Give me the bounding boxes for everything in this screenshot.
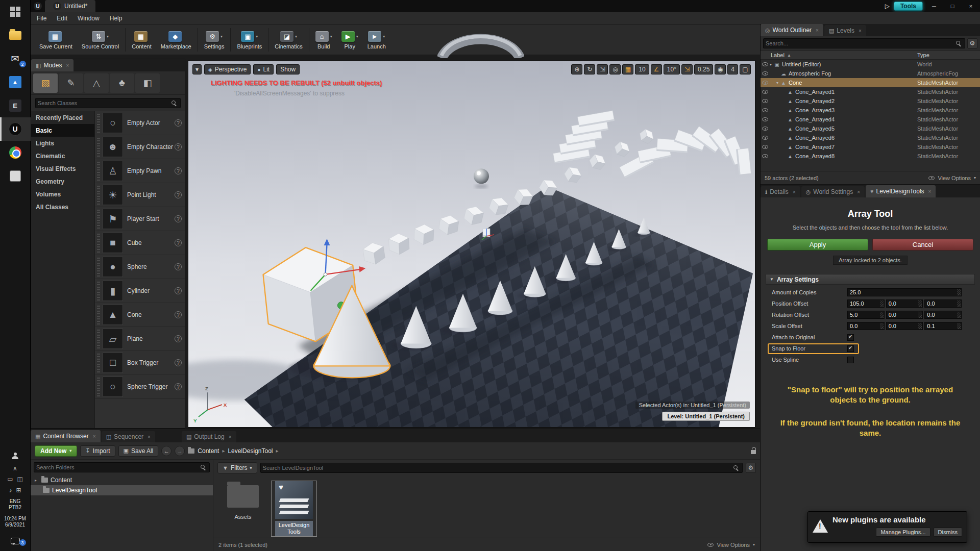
- grid-snap-value[interactable]: 10: [635, 64, 649, 74]
- spinner-grip-icon[interactable]: [957, 289, 961, 295]
- language-indicator[interactable]: ENGPTB2: [0, 496, 31, 513]
- mode-category[interactable]: Lights: [31, 137, 94, 149]
- view-options-caret-icon[interactable]: ▾: [753, 542, 755, 547]
- search-classes-box[interactable]: [35, 98, 181, 108]
- close-tab-icon[interactable]: ×: [793, 189, 796, 195]
- help-question-icon[interactable]: ?: [175, 335, 182, 342]
- dropdown-caret-icon[interactable]: ▾: [220, 34, 223, 39]
- spinner-grip-icon[interactable]: [880, 300, 884, 307]
- dismiss-button[interactable]: Dismiss: [934, 528, 963, 537]
- outliner-row[interactable]: ▲ Cone_Arrayed4 StaticMeshActor: [761, 115, 980, 124]
- drag-handle-icon[interactable]: [97, 305, 100, 324]
- close-tab-icon[interactable]: ×: [816, 28, 819, 33]
- visibility-eye-icon[interactable]: [762, 71, 768, 76]
- tab-output-log[interactable]: ▤ Output Log ×: [182, 431, 236, 442]
- amount-of-copies-input[interactable]: 25.0: [847, 288, 962, 296]
- search-assets-input[interactable]: [263, 465, 732, 471]
- perspective-button[interactable]: ◈Perspective: [204, 64, 251, 74]
- tray-icons-row2[interactable]: ♪⊞: [0, 485, 31, 496]
- asset-tile-leveldesigntools[interactable]: ♥ LevelDesign Tools: [272, 481, 316, 536]
- spinner-grip-icon[interactable]: [957, 300, 961, 307]
- unreal-engine-button[interactable]: U: [0, 117, 31, 141]
- drag-handle-icon[interactable]: [97, 233, 100, 253]
- outliner-row[interactable]: ▲ Cone_Arrayed6 StaticMeshActor: [761, 133, 980, 142]
- back-button[interactable]: ←: [161, 446, 172, 456]
- close-tab-icon[interactable]: ×: [229, 434, 232, 440]
- breadcrumb-current[interactable]: LevelDesignTool: [228, 447, 273, 455]
- close-tab-icon[interactable]: ×: [148, 434, 151, 440]
- clock[interactable]: 10:24 PM6/9/2021: [0, 513, 31, 531]
- view-options-button[interactable]: View Options: [717, 542, 750, 548]
- visibility-eye-icon[interactable]: [762, 136, 768, 140]
- help-question-icon[interactable]: ?: [175, 383, 182, 390]
- outliner-row[interactable]: ▲ Cone_Arrayed1 StaticMeshActor: [761, 87, 980, 96]
- rotation-x-input[interactable]: 5.0: [847, 311, 885, 319]
- cancel-button[interactable]: Cancel: [872, 239, 973, 251]
- outliner-row[interactable]: ▾ ▣ Untitled (Editor) World: [761, 60, 980, 69]
- dropdown-caret-icon[interactable]: ▾: [295, 34, 297, 39]
- visibility-eye-icon[interactable]: [762, 145, 768, 149]
- menu-item[interactable]: Help: [105, 12, 128, 25]
- visibility-eye-icon[interactable]: [762, 90, 768, 94]
- scale-x-input[interactable]: 0.0: [847, 322, 885, 330]
- scale-y-input[interactable]: 0.0: [886, 322, 923, 330]
- help-question-icon[interactable]: ?: [175, 359, 182, 366]
- epic-games-button[interactable]: E: [0, 94, 31, 117]
- drag-handle-icon[interactable]: [97, 113, 100, 133]
- dropdown-caret-icon[interactable]: ▾: [383, 34, 385, 39]
- rotation-y-input[interactable]: 0.0: [886, 311, 923, 319]
- tree-item-content[interactable]: ▸ Content: [31, 475, 213, 485]
- help-question-icon[interactable]: ?: [175, 167, 182, 174]
- viewport-options-button[interactable]: ▾: [192, 64, 202, 74]
- spinner-grip-icon[interactable]: [957, 312, 961, 318]
- close-tab-icon[interactable]: ×: [93, 434, 96, 439]
- scale-snap-icon[interactable]: ⇲: [681, 64, 693, 74]
- spinner-grip-icon[interactable]: [918, 300, 922, 307]
- minimize-button[interactable]: ─: [927, 1, 941, 12]
- dropdown-caret-icon[interactable]: ▾: [330, 34, 332, 39]
- position-z-input[interactable]: 0.0: [924, 299, 962, 308]
- save-all-button[interactable]: ▣Save All: [118, 445, 159, 457]
- forward-button[interactable]: →: [175, 446, 185, 456]
- help-question-icon[interactable]: ?: [175, 143, 182, 151]
- world-local-toggle-icon[interactable]: ◎: [609, 64, 621, 74]
- rotation-z-input[interactable]: 0.0: [924, 311, 962, 319]
- placeable-item[interactable]: ▱ Plane ?: [95, 327, 185, 351]
- drag-handle-icon[interactable]: [97, 353, 100, 372]
- spinner-grip-icon[interactable]: [880, 312, 884, 318]
- mode-category[interactable]: Visual Effects: [31, 162, 94, 175]
- grid-snap-icon[interactable]: ▦: [622, 64, 633, 74]
- view-options-button[interactable]: View Options: [938, 175, 971, 181]
- add-new-button[interactable]: Add New▾: [35, 445, 77, 457]
- dropdown-caret-icon[interactable]: ▾: [107, 34, 109, 39]
- drag-handle-icon[interactable]: [97, 137, 100, 157]
- placeable-item[interactable]: ▲ Cone ?: [95, 303, 185, 327]
- dropdown-caret-icon[interactable]: ▾: [356, 34, 358, 39]
- help-question-icon[interactable]: ?: [175, 191, 182, 198]
- content-browser-tab[interactable]: ▦ Content Browser ×: [31, 430, 101, 442]
- details-tab[interactable]: ♥ LevelDesignTools ×: [866, 185, 936, 197]
- use-spline-checkbox[interactable]: [847, 357, 854, 363]
- visibility-eye-icon[interactable]: [762, 127, 768, 131]
- outliner-row[interactable]: ▲ Cone_Arrayed8 StaticMeshActor: [761, 152, 980, 161]
- placeable-item[interactable]: ■ Cube ?: [95, 231, 185, 255]
- tree-expand-icon[interactable]: ▸: [35, 478, 39, 483]
- expand-arrow-icon[interactable]: ▾: [775, 81, 780, 85]
- spinner-grip-icon[interactable]: [918, 323, 922, 329]
- translate-tool-icon[interactable]: ⊕: [571, 64, 582, 74]
- visibility-eye-icon[interactable]: [762, 81, 768, 85]
- mode-tool-button[interactable]: ▧: [33, 73, 58, 93]
- toolbar-button[interactable]: ◆ Marketplace: [156, 25, 196, 55]
- placeable-item[interactable]: ○ Sphere Trigger ?: [95, 375, 185, 399]
- outliner-settings-button[interactable]: ⚙: [967, 38, 977, 48]
- visibility-eye-icon[interactable]: [762, 154, 768, 158]
- tree-item-leveldesigntool[interactable]: LevelDesignTool: [31, 485, 213, 495]
- outliner-search-box[interactable]: [763, 38, 965, 48]
- drag-handle-icon[interactable]: [97, 161, 100, 181]
- tray-icons-row1[interactable]: ▭◫: [0, 473, 31, 485]
- help-question-icon[interactable]: ?: [175, 215, 182, 222]
- position-x-input[interactable]: 105.0: [847, 299, 885, 308]
- drag-handle-icon[interactable]: [97, 185, 100, 205]
- mode-tool-button[interactable]: ✎: [59, 73, 83, 93]
- mode-tool-button[interactable]: △: [84, 73, 109, 93]
